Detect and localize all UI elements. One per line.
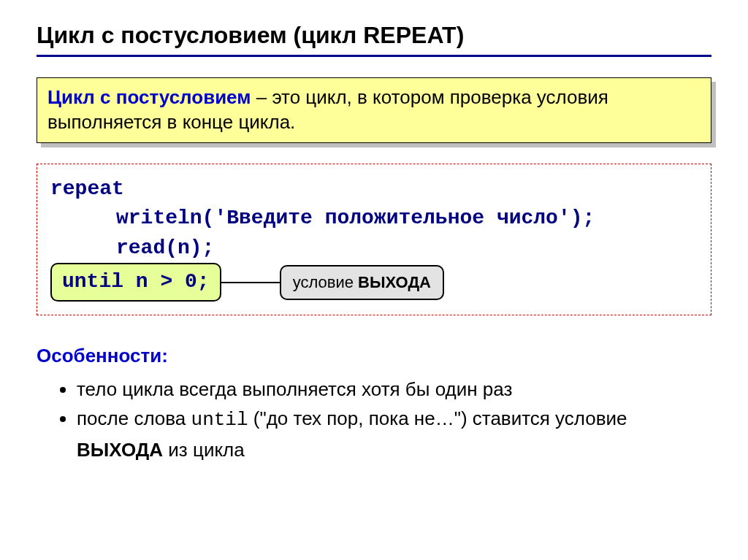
definition-content: Цикл с постусловием – это цикл, в которо… [37,77,711,143]
code-line-repeat: repeat [50,174,698,204]
definition-term: Цикл с постусловием [47,86,251,108]
feature-code: until [191,409,248,431]
feature-strong: ВЫХОДА [77,439,163,461]
definition-box: Цикл с постусловием – это цикл, в которо… [37,77,711,143]
features-heading: Особенности: [37,345,711,367]
feature-text: из цикла [163,439,245,461]
exit-condition-callout: условие ВЫХОДА [280,265,444,300]
title-divider [37,55,711,57]
until-highlight: until n > 0; [50,263,221,302]
feature-text: после слова [77,407,191,429]
feature-text: ("до тех пор, пока не…") ставится услови… [248,407,627,429]
callout-prefix: условие [293,273,358,291]
callout-connector [221,282,280,283]
features-list: тело цикла всегда выполняется хотя бы од… [37,375,711,464]
slide-title: Цикл с постусловием (цикл REPEAT) [37,22,711,49]
list-item: тело цикла всегда выполняется хотя бы од… [77,375,711,404]
list-item: после слова until ("до тех пор, пока не…… [77,404,711,464]
until-row: until n > 0; условие ВЫХОДА [50,263,698,302]
callout-strong: ВЫХОДА [358,273,431,291]
code-line-writeln: writeln('Введите положительное число'); [116,204,698,234]
code-line-read: read(n); [116,234,698,264]
code-block: repeat writeln('Введите положительное чи… [37,164,711,315]
